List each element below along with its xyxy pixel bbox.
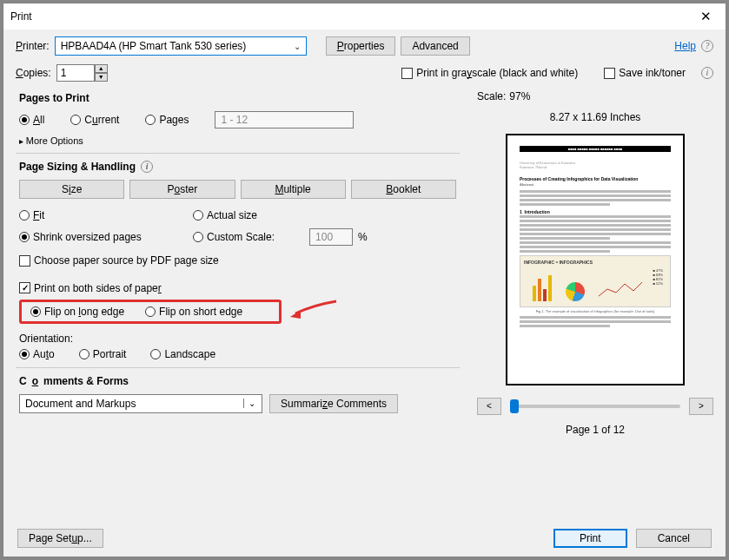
checkbox-icon xyxy=(604,68,615,79)
radio-icon xyxy=(19,232,30,242)
print-dialog: Print ✕ Printer: HPBAAD4A (HP Smart Tank… xyxy=(3,3,726,557)
sizing-title: Page Sizing & Handling i xyxy=(19,161,456,173)
close-icon[interactable]: ✕ xyxy=(693,9,719,24)
radio-portrait[interactable]: Portrait xyxy=(79,348,127,360)
radio-icon xyxy=(145,115,156,125)
radio-pages[interactable]: Pages xyxy=(145,114,189,126)
svg-marker-0 xyxy=(290,310,301,319)
radio-auto[interactable]: Auto xyxy=(19,348,55,360)
comments-select[interactable]: Document and Markups ⌄ xyxy=(19,394,262,413)
print-button[interactable]: Print xyxy=(553,529,627,548)
preview-dimensions: 8.27 x 11.69 Inches xyxy=(477,111,713,123)
checkbox-icon xyxy=(19,282,30,293)
size-button[interactable]: Size xyxy=(19,180,124,199)
comments-value: Document and Markups xyxy=(25,398,136,410)
infographic-thumbnail: INFOGRAPHIC = INFOGRAPHICS ■ 47%■ 63%■ 8… xyxy=(520,255,671,307)
radio-current[interactable]: Current xyxy=(70,114,119,126)
radio-flip-long[interactable]: Flip on long edge xyxy=(30,306,124,318)
radio-icon xyxy=(150,349,161,359)
titlebar: Print ✕ xyxy=(3,3,726,30)
scale-value: 97% xyxy=(509,90,530,102)
radio-flip-short[interactable]: Flip on short edge xyxy=(145,306,242,318)
radio-icon xyxy=(19,115,30,125)
dialog-content: Printer: HPBAAD4A (HP Smart Tank 530 ser… xyxy=(3,30,726,557)
radio-icon xyxy=(19,210,30,221)
next-page-button[interactable]: > xyxy=(689,398,713,415)
page-preview: ■■■■ ■■■■■ ■■■■■ ■■■■■■ ■■■■ University … xyxy=(506,134,685,385)
radio-icon xyxy=(79,349,89,359)
radio-all[interactable]: All xyxy=(19,114,44,126)
chevron-down-icon: ⌄ xyxy=(290,42,304,51)
printer-select[interactable]: HPBAAD4A (HP Smart Tank 530 series) ⌄ xyxy=(55,36,307,56)
help-info-icon[interactable]: ? xyxy=(701,40,713,52)
checkbox-icon xyxy=(401,68,413,79)
page-indicator: Page 1 of 12 xyxy=(477,424,713,436)
page-setup-button[interactable]: Page Setup... xyxy=(17,529,103,548)
poster-button[interactable]: Poster xyxy=(129,180,235,199)
scale-label: Scale: xyxy=(477,90,506,102)
grayscale-label: Print in grayscale (black and white) xyxy=(416,67,578,79)
grayscale-checkbox[interactable]: Print in grayscale (black and white) xyxy=(401,67,578,79)
info-icon[interactable]: i xyxy=(141,161,153,173)
printer-label: Printer: xyxy=(16,40,50,52)
dialog-title: Print xyxy=(10,10,32,23)
duplex-highlight: Flip on long edge Flip on short edge xyxy=(19,300,282,324)
radio-icon xyxy=(19,349,30,359)
radio-icon xyxy=(145,306,156,317)
copies-input[interactable] xyxy=(56,64,95,82)
properties-button[interactable]: Properties xyxy=(326,36,396,56)
radio-fit[interactable]: Fit xyxy=(19,209,158,221)
radio-icon xyxy=(193,232,203,242)
checkbox-icon xyxy=(19,255,30,267)
both-sides-checkbox[interactable]: Print on both sides of paper xyxy=(19,282,162,294)
radio-custom[interactable]: Custom Scale: xyxy=(193,231,275,243)
copies-row: Copies: ▲ ▼ Print in grayscale (black an… xyxy=(16,64,713,82)
scale-row: Scale: 97% xyxy=(477,90,713,102)
radio-icon xyxy=(193,210,203,221)
copies-label: Copies: xyxy=(16,67,51,79)
radio-shrink[interactable]: Shrink oversized pages xyxy=(19,231,158,243)
more-options-toggle[interactable]: More Options xyxy=(19,135,456,146)
choose-paper-checkbox[interactable]: Choose paper source by PDF page size xyxy=(19,254,219,267)
radio-actual[interactable]: Actual size xyxy=(193,209,257,221)
chevron-down-icon: ⌄ xyxy=(243,399,260,408)
radio-icon xyxy=(70,115,81,125)
save-ink-checkbox[interactable]: Save ink/toner xyxy=(604,67,686,79)
radio-icon xyxy=(30,306,41,317)
save-ink-label: Save ink/toner xyxy=(619,67,686,79)
page-slider[interactable] xyxy=(510,405,680,408)
comments-title: Comments & Forms xyxy=(19,375,456,387)
percent-label: % xyxy=(358,231,368,243)
spin-down-icon[interactable]: ▼ xyxy=(95,73,108,82)
pages-to-print-title: Pages to Print xyxy=(19,92,456,104)
printer-value: HPBAAD4A (HP Smart Tank 530 series) xyxy=(61,40,247,52)
cancel-button[interactable]: Cancel xyxy=(636,529,712,548)
info-icon[interactable]: i xyxy=(701,67,713,79)
spin-up-icon[interactable]: ▲ xyxy=(95,64,108,73)
page-range-input[interactable] xyxy=(215,111,354,128)
summarize-button[interactable]: Summarize Comments xyxy=(269,394,398,413)
custom-scale-input[interactable] xyxy=(309,228,353,246)
booklet-button[interactable]: Booklet xyxy=(351,180,456,199)
printer-row: Printer: HPBAAD4A (HP Smart Tank 530 ser… xyxy=(16,36,713,56)
radio-landscape[interactable]: Landscape xyxy=(150,348,215,360)
multiple-button[interactable]: Multiple xyxy=(241,180,346,199)
prev-page-button[interactable]: < xyxy=(477,398,501,415)
red-arrow-annotation xyxy=(288,298,341,324)
copies-stepper[interactable]: ▲ ▼ xyxy=(56,64,108,82)
advanced-button[interactable]: Advanced xyxy=(401,36,469,56)
orientation-label: Orientation: xyxy=(19,333,456,345)
slider-thumb[interactable] xyxy=(510,399,519,413)
help-link[interactable]: Help xyxy=(674,40,696,52)
